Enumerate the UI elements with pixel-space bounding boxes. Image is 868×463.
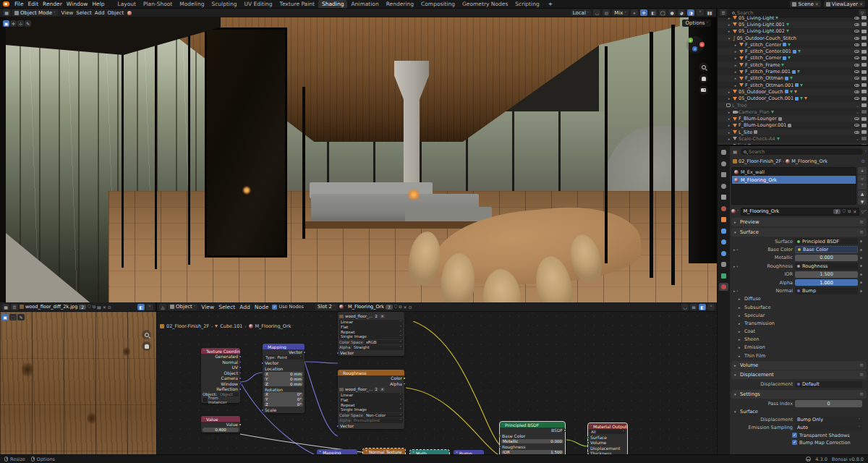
socket-input[interactable] [336,425,339,427]
socket-input[interactable] [587,452,589,454]
fake-user-icon[interactable]: ⛉ [843,208,846,214]
blender-logo-icon[interactable] [3,1,9,7]
outliner-row[interactable]: ▸05_Outdoor_Couch [718,88,868,95]
node-header[interactable]: Material Output [588,423,627,429]
node-texcoord[interactable]: Texture CoordinateGeneratedNormalUVObjec… [201,348,240,403]
pause-render-icon[interactable]: ▮▮ [706,9,713,16]
shading-rendered-icon[interactable]: ◑ [687,9,694,16]
outliner-row[interactable]: ▸F_stitch_Ottman [718,75,868,82]
hide-viewport-icon[interactable] [854,90,859,93]
properties-tab-view-layer[interactable] [719,182,728,190]
material-preview-icon[interactable] [127,11,132,15]
use-nodes-checkbox[interactable]: ✓ [272,305,277,310]
menu-window[interactable]: Window [64,1,90,7]
properties-tab-render[interactable] [719,160,728,168]
node-dropdown[interactable]: Flat˅ [339,324,403,328]
expander-icon[interactable]: ▸ • [731,289,739,293]
workspace-tab-scripting[interactable]: Scripting [511,0,542,8]
node-bsdf[interactable]: Principled BSDFBSDFBase ColorMetallic0.0… [500,422,565,454]
outliner-row[interactable]: ▸05_Outdoor_Couch.001 [718,95,868,102]
outliner-row[interactable]: ▸05_Living-Light.002 [718,28,868,35]
users-count-badge[interactable]: 7 [833,209,841,214]
panel-surface[interactable]: ▾Surface≡ [731,228,867,237]
settings-surface-subpanel[interactable]: ▾Surface [731,408,867,416]
material-datablock-icon[interactable] [731,209,736,213]
snap-target-icon[interactable]: ⊞ [690,304,697,310]
image-users-badge[interactable]: 2 [79,305,86,310]
filter-funnel-icon[interactable]: ▽˅ [861,209,867,214]
node-basetex[interactable]: wood_floor_...2✕Linear˅Flat˅Repeat˅Singl… [338,312,404,356]
shader-menu-view[interactable]: View [199,304,216,310]
shading-material-icon[interactable]: ◕ [678,9,685,16]
expander-icon[interactable]: ▸ [727,110,731,114]
display-options-icon[interactable]: ˅ [146,304,153,310]
slot-dropdown[interactable]: Slot 2˅ [315,304,338,310]
overlay-options-icon[interactable]: ˅ [707,304,715,310]
node-dropdown[interactable]: Linear˅ [339,320,403,324]
editor-type-icon[interactable]: ▦ [2,304,9,310]
disable-render-icon[interactable] [861,16,867,20]
node-stub-bump[interactable]: ˅ Bump [454,450,484,454]
disable-render-icon[interactable] [861,56,867,60]
animate-dot[interactable] [860,281,862,284]
wood-texture-image[interactable] [0,312,156,454]
hide-viewport-icon[interactable] [854,23,859,26]
outliner-row[interactable]: ▸05_Living-Light.001 [718,21,868,27]
shader-material-name[interactable]: M_Flooring_Ork [348,304,384,310]
socket-output[interactable] [403,383,405,385]
panel-displacement[interactable]: ▾Displacement≡ [731,370,867,379]
fake-user-icon[interactable]: ⛉ [88,304,91,310]
slot-specials-button[interactable]: ˅ [858,182,867,190]
properties-tab-world[interactable] [719,205,728,213]
properties-tab-particles[interactable] [719,238,728,246]
overlays-toggle-icon[interactable]: ✛ [640,9,647,16]
zoom-gizmo[interactable] [142,330,151,339]
expander-icon[interactable]: ▸ [727,123,731,127]
workspace-tab-modeling[interactable]: Modeling [176,0,208,8]
outliner-row[interactable]: ▾∫05_Outdoor-Couch_Stitch [718,35,868,41]
disable-render-icon[interactable] [861,103,867,107]
socket-input[interactable] [261,362,263,364]
expander-icon[interactable]: ▸ [733,69,738,74]
menu-render[interactable]: Render [41,1,64,7]
panel-preview[interactable]: ▸Preview≡ [731,218,867,226]
duplicate-icon[interactable]: ⧉ [93,304,95,310]
tweak-tool[interactable]: ▣ [1,314,9,320]
node-image-field[interactable]: wood_floor_...2✕ [338,386,404,392]
workspace-tab-animation[interactable]: Animation [347,0,382,8]
expander-icon[interactable]: ▸ [733,76,738,80]
node-header[interactable]: Texture Coordinate [201,348,240,354]
node-dropdown[interactable]: Non-Color˅ [365,413,403,417]
socket-output[interactable] [239,372,241,374]
select-box-tool[interactable]: ▣ [3,20,9,27]
socket-input[interactable] [498,435,501,437]
expander-icon[interactable]: ▸ [733,63,738,67]
socket-input[interactable] [336,352,339,354]
node-link-field[interactable]: Principled BSDF [795,238,858,245]
checkbox-checked[interactable]: ✓ [792,440,797,445]
hide-viewport-icon[interactable] [854,37,859,40]
properties-tab-output[interactable] [719,171,728,179]
animate-dot[interactable] [860,290,862,292]
properties-tab-data[interactable] [719,272,728,280]
shader-menu-select[interactable]: Select [216,304,237,310]
node-number-field[interactable]: Metallic0.000 [501,439,563,443]
node-dropdown[interactable]: Repeat˅ [339,402,403,407]
pan-gizmo[interactable] [699,74,708,83]
node-link-field[interactable]: Bump [795,287,858,294]
properties-tab-tool[interactable] [719,148,728,156]
node-stub-normal-texture[interactable]: ˅ Normal Texture [363,449,405,454]
node-dropdown[interactable]: Single Image˅ [339,407,403,412]
properties-editor-type-icon[interactable]: ▤ [731,148,739,155]
animate-dot[interactable] [860,249,862,251]
breadcrumb-material[interactable]: M_Flooring_Ork [791,158,827,164]
workspace-tab-plan-shoot[interactable]: Plan-Shoot [140,0,176,8]
material-slot[interactable]: M_Ex_wall [732,168,856,176]
hide-viewport-icon[interactable] [854,56,859,59]
section-emission[interactable]: ▸Emission [731,344,867,352]
node-number-field[interactable]: X0° [264,392,303,396]
properties-options-icon[interactable]: ˅ [865,150,867,154]
overlays-icon[interactable]: ◧ [699,304,706,310]
hide-viewport-icon[interactable] [854,17,859,20]
material-slot[interactable]: M_Flooring_Ork [732,176,856,184]
